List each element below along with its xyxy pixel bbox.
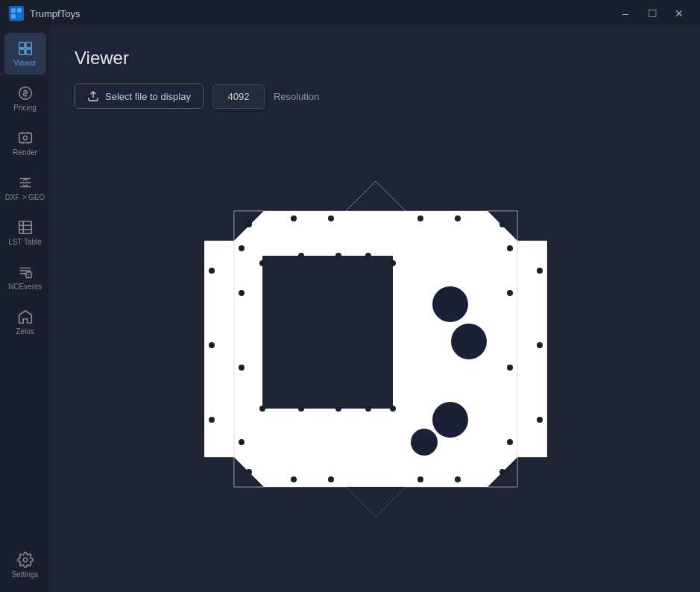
svg-rect-12 — [19, 221, 31, 234]
svg-point-54 — [259, 406, 265, 412]
svg-point-40 — [209, 417, 215, 423]
maximize-button[interactable]: ☐ — [640, 3, 664, 24]
svg-point-49 — [507, 290, 513, 296]
sidebar-item-settings[interactable]: Settings — [4, 544, 46, 586]
svg-marker-17 — [346, 181, 406, 211]
svg-rect-7 — [19, 49, 24, 54]
render-icon — [17, 130, 34, 146]
sidebar-item-viewer[interactable]: Viewer — [4, 33, 46, 75]
sidebar-item-dxf-geo[interactable]: DXF > GEO — [4, 167, 46, 209]
titlebar-controls: – ☐ ✕ — [614, 3, 691, 24]
svg-point-60 — [335, 406, 341, 412]
pricing-icon — [17, 85, 34, 101]
svg-point-50 — [507, 365, 513, 371]
svg-rect-1 — [11, 8, 16, 13]
content-area: Viewer Select file to display Resolution — [51, 27, 700, 592]
svg-point-64 — [432, 402, 468, 438]
svg-rect-8 — [25, 49, 31, 54]
svg-point-53 — [390, 260, 396, 266]
viewer-canvas — [204, 174, 547, 524]
lst-table-icon — [17, 219, 34, 236]
select-file-label: Select file to display — [105, 91, 191, 102]
svg-point-33 — [291, 476, 297, 482]
sidebar-item-pricing[interactable]: Pricing — [4, 78, 46, 119]
svg-rect-5 — [19, 42, 24, 48]
resolution-label: Resolution — [274, 91, 319, 102]
dxf-geo-icon — [17, 174, 34, 191]
app-logo — [9, 6, 24, 21]
svg-point-38 — [209, 268, 215, 274]
svg-rect-4 — [17, 14, 22, 19]
svg-marker-66 — [346, 487, 406, 517]
titlebar-left: TrumpfToys — [9, 6, 80, 21]
upload-icon — [87, 90, 99, 102]
sidebar-item-dxf-geo-label: DXF > GEO — [5, 193, 45, 201]
sidebar-item-render[interactable]: Render — [4, 122, 46, 164]
sidebar-item-zelos[interactable]: Zelos — [4, 301, 46, 343]
sidebar-item-ncevents[interactable]: NCEvents — [4, 256, 46, 298]
svg-rect-3 — [11, 14, 16, 19]
viewer-area — [75, 127, 676, 571]
svg-point-31 — [499, 221, 505, 227]
svg-point-27 — [291, 215, 297, 221]
svg-point-44 — [239, 439, 245, 445]
viewer-svg — [204, 174, 547, 524]
svg-rect-0 — [9, 6, 24, 21]
svg-point-34 — [328, 476, 334, 482]
sidebar-item-zelos-label: Zelos — [16, 327, 34, 336]
close-button[interactable]: ✕ — [667, 3, 691, 24]
sidebar-item-settings-label: Settings — [11, 570, 38, 579]
svg-point-36 — [455, 476, 461, 482]
svg-point-30 — [455, 215, 461, 221]
svg-point-47 — [537, 417, 543, 423]
svg-point-26 — [246, 221, 252, 227]
select-file-button[interactable]: Select file to display — [75, 84, 204, 109]
svg-point-58 — [365, 253, 371, 259]
svg-point-56 — [298, 253, 304, 259]
svg-point-61 — [365, 406, 371, 412]
sidebar-item-render-label: Render — [13, 148, 37, 157]
svg-point-28 — [328, 215, 334, 221]
sidebar-item-lst-table[interactable]: LST Table — [4, 212, 46, 254]
svg-point-55 — [390, 406, 396, 412]
svg-point-59 — [298, 406, 304, 412]
svg-point-41 — [239, 245, 245, 251]
svg-point-32 — [246, 469, 252, 475]
main-layout: Viewer Pricing Render DXF > G — [0, 27, 700, 592]
svg-point-43 — [239, 365, 245, 371]
svg-point-52 — [259, 260, 265, 266]
svg-point-48 — [507, 245, 513, 251]
sidebar-item-viewer-label: Viewer — [13, 59, 36, 67]
toolbar: Select file to display Resolution — [75, 84, 676, 109]
sidebar-item-lst-table-label: LST Table — [8, 238, 42, 246]
svg-rect-10 — [19, 133, 31, 143]
page-title: Viewer — [75, 48, 676, 69]
svg-point-62 — [432, 286, 468, 322]
svg-point-63 — [451, 324, 487, 359]
svg-rect-24 — [517, 241, 547, 457]
svg-point-45 — [537, 268, 543, 274]
app-title: TrumpfToys — [30, 8, 80, 19]
svg-point-37 — [499, 469, 505, 475]
titlebar: TrumpfToys – ☐ ✕ — [0, 0, 700, 27]
ncevents-icon — [17, 264, 34, 280]
svg-point-29 — [417, 215, 423, 221]
viewer-icon — [17, 40, 34, 57]
svg-point-65 — [411, 429, 438, 456]
svg-point-11 — [23, 136, 28, 140]
svg-point-46 — [537, 342, 543, 348]
svg-point-39 — [209, 342, 215, 348]
svg-rect-25 — [262, 256, 393, 409]
sidebar-item-ncevents-label: NCEvents — [8, 283, 42, 291]
settings-icon — [17, 552, 34, 568]
svg-rect-2 — [17, 8, 22, 13]
svg-point-42 — [239, 290, 245, 296]
minimize-button[interactable]: – — [614, 3, 637, 24]
svg-point-14 — [23, 558, 28, 562]
svg-point-35 — [417, 476, 423, 482]
zelos-icon — [17, 309, 34, 325]
svg-rect-23 — [204, 241, 234, 457]
svg-rect-6 — [25, 42, 31, 48]
svg-point-57 — [335, 253, 341, 259]
resolution-input[interactable] — [212, 84, 265, 109]
